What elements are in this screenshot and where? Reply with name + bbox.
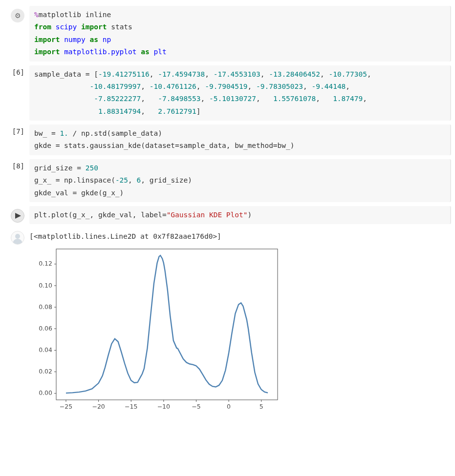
code-input[interactable]: %matplotlib inline from scipy import sta… (29, 6, 451, 62)
code-token: ] (196, 107, 201, 115)
code-input[interactable]: sample_data = [-19.41275116, -17.4594738… (29, 65, 451, 121)
code-token: np (103, 36, 111, 43)
code-token: / np.std(sample_data) (68, 129, 162, 137)
code-token: plt.plot(g_x_, gkde_val, label= (34, 211, 167, 219)
code-token: gkde = stats.gaussian_kde(dataset=sample… (34, 142, 295, 149)
code-token: "Gaussian KDE Plot" (167, 211, 248, 219)
code-token: , (260, 70, 269, 78)
code-cell: [6]sample_data = [-19.41275116, -17.4594… (4, 65, 451, 121)
code-token: 1. (60, 129, 68, 137)
code-token: -10.77305 (328, 70, 367, 78)
cell-body: bw_ = 1. / np.std(sample_data) gkde = st… (29, 124, 451, 155)
code-token: 6 (137, 176, 141, 184)
tick-label: −20 (92, 403, 105, 410)
tick-label: 0.00 (39, 390, 52, 397)
code-token (34, 95, 94, 103)
cell-body: plt.plot(g_x_, gkde_val, label="Gaussian… (29, 206, 451, 224)
code-token (86, 36, 90, 43)
code-token: , (303, 83, 311, 90)
code-token: stats (107, 23, 132, 31)
code-token: 1.88314794 (98, 107, 141, 115)
code-token: plt (153, 48, 166, 56)
execution-prompt: [8] (12, 162, 24, 170)
cell-settings-icon[interactable]: ⚙ (11, 9, 24, 22)
code-token: , (316, 95, 333, 103)
output-avatar-icon (11, 231, 24, 245)
code-token: import (34, 48, 60, 56)
tick-label: −5 (192, 403, 200, 410)
code-token: 1.87479 (333, 95, 363, 103)
cell-body: [<matplotlib.lines.Line2D at 0x7f82aae17… (29, 228, 451, 414)
cell-gutter: [7] (4, 124, 29, 155)
cell-gutter: [6] (4, 65, 29, 121)
execution-prompt: [6] (12, 68, 24, 76)
code-token: , (141, 95, 158, 103)
execution-prompt: [7] (12, 127, 24, 135)
code-token: import (81, 23, 107, 31)
svg-rect-1 (56, 249, 278, 400)
code-input[interactable]: plt.plot(g_x_, gkde_val, label="Gaussian… (29, 206, 451, 224)
code-token: bw_ = (34, 129, 60, 137)
code-input[interactable]: grid_size = 250 g_x_ = np.linspace(-25, … (29, 159, 451, 202)
code-token (98, 36, 103, 43)
code-token (77, 23, 81, 31)
code-token: as (90, 36, 98, 43)
code-token: -7.85222277 (94, 95, 141, 103)
code-token (60, 48, 64, 56)
code-token: , (128, 176, 136, 184)
code-token: , grid_size) (141, 176, 192, 184)
code-token: , (363, 95, 367, 103)
code-token: 1.55761078 (273, 95, 316, 103)
tick-label: 0.04 (39, 346, 52, 353)
svg-marker-0 (15, 213, 21, 219)
kde-line (66, 256, 268, 393)
code-token: -7.8498553 (158, 95, 200, 103)
code-token: as (141, 48, 149, 56)
code-token: , (200, 95, 209, 103)
cell-gutter: [8] (4, 159, 29, 202)
code-input[interactable]: bw_ = 1. / np.std(sample_data) gkde = st… (29, 124, 451, 155)
code-token: -5.10130727 (209, 95, 256, 103)
output-text: [<matplotlib.lines.Line2D at 0x7f82aae17… (29, 228, 451, 242)
run-cell-icon[interactable] (11, 209, 24, 223)
output-cell: [<matplotlib.lines.Line2D at 0x7f82aae17… (4, 228, 451, 414)
code-cell: [7]bw_ = 1. / np.std(sample_data) gkde =… (4, 124, 451, 155)
tick-label: 0.12 (39, 260, 52, 268)
code-token: , (367, 70, 371, 78)
cell-body: grid_size = 250 g_x_ = np.linspace(-25, … (29, 159, 451, 202)
code-token: % (34, 11, 39, 19)
notebook-root: ⚙%matplotlib inline from scipy import st… (0, 0, 455, 427)
code-cell: [8]grid_size = 250 g_x_ = np.linspace(-2… (4, 159, 451, 202)
code-token: -10.4761126 (150, 83, 196, 90)
tick-label: 0.08 (39, 303, 52, 310)
tick-label: −15 (125, 403, 137, 410)
plot-output: −25−20−15−10−5050.000.020.040.060.080.10… (29, 245, 451, 414)
code-token: , (346, 83, 350, 90)
tick-label: 0.10 (39, 282, 52, 289)
code-token: -25 (115, 176, 128, 184)
code-token: , (141, 83, 149, 90)
code-token: -19.41275116 (98, 70, 150, 78)
code-token: import (34, 36, 60, 43)
cell-body: sample_data = [-19.41275116, -17.4594738… (29, 65, 451, 121)
cell-gutter (4, 228, 29, 414)
tick-label: 0 (227, 403, 231, 410)
code-token: -9.44148 (312, 83, 346, 90)
code-token: ) (248, 211, 252, 219)
tick-label: −10 (157, 403, 170, 410)
code-token (34, 83, 90, 90)
code-token: , (196, 83, 205, 90)
code-token: gkde_val = gkde(g_x_) (34, 189, 124, 197)
code-cell: plt.plot(g_x_, gkde_val, label="Gaussian… (4, 206, 451, 224)
code-token: , (141, 107, 158, 115)
code-token: grid_size = (34, 164, 86, 172)
code-token: -17.4553103 (214, 70, 260, 78)
code-token: -9.7904519 (205, 83, 247, 90)
tick-label: 0.06 (39, 325, 52, 332)
tick-label: 0.02 (39, 368, 52, 375)
cell-body: %matplotlib inline from scipy import sta… (29, 6, 451, 62)
cell-gutter (4, 206, 29, 224)
code-token: from (34, 23, 51, 31)
code-token: matplotlib inline (39, 11, 111, 19)
code-token: , (320, 70, 328, 78)
